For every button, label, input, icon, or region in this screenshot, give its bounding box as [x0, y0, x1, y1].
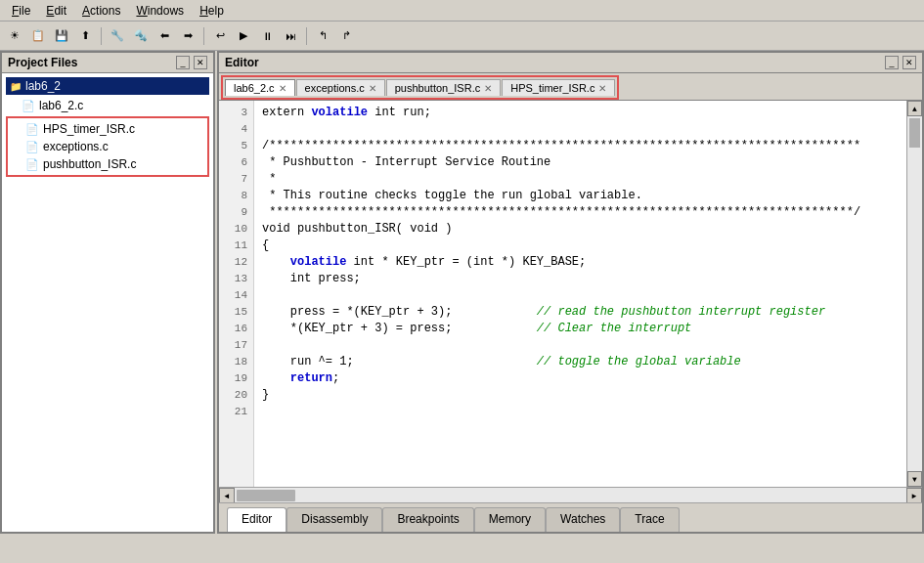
- menu-help[interactable]: Help: [192, 2, 232, 20]
- folder-icon: 📁: [10, 81, 22, 92]
- toolbar-btn-step[interactable]: ⏭: [280, 25, 301, 47]
- tabs-outline: lab6_2.c ✕ exceptions.c ✕ pushbutton_ISR…: [221, 75, 619, 100]
- toolbar-btn-compile[interactable]: ↩: [209, 25, 231, 47]
- tree-item-label-hps: HPS_timer_ISR.c: [43, 122, 135, 136]
- project-panel-close[interactable]: ✕: [194, 56, 207, 69]
- project-panel-title: Project Files: [8, 56, 77, 69]
- tree-item-hps[interactable]: 📄 HPS_timer_ISR.c: [10, 120, 205, 138]
- editor-panel: Editor _ ✕ lab6_2.c ✕ exceptions.c ✕ pus…: [217, 51, 924, 534]
- tree-item-label-pushbutton: pushbutton_ISR.c: [43, 157, 136, 171]
- menu-windows[interactable]: Windows: [128, 2, 192, 20]
- toolbar-btn-new[interactable]: ☀: [4, 25, 25, 47]
- toolbar: ☀ 📋 💾 ⬆ 🔧 🔩 ⬅ ➡ ↩ ▶ ⏸ ⏭ ↰ ↱: [0, 22, 924, 51]
- toolbar-btn-7[interactable]: ⬅: [154, 25, 175, 47]
- tab-label-exceptions: exceptions.c: [305, 82, 365, 94]
- menu-edit[interactable]: Edit: [38, 2, 74, 20]
- tree-item-label-lab6: lab6_2.c: [39, 99, 83, 112]
- tab-close-exceptions[interactable]: ✕: [369, 83, 376, 94]
- vertical-scrollbar[interactable]: ▲ ▼: [906, 101, 922, 487]
- toolbar-separator-3: [306, 27, 307, 45]
- tab-label-hps-timer: HPS_timer_ISR.c: [510, 82, 594, 94]
- bottom-tab-trace[interactable]: Trace: [620, 507, 679, 532]
- editor-panel-header: Editor _ ✕: [219, 53, 922, 73]
- toolbar-btn-stop[interactable]: ⏸: [256, 25, 278, 47]
- code-area[interactable]: 3456789101112131415161718192021 extern v…: [219, 101, 906, 487]
- editor-panel-close[interactable]: ✕: [902, 56, 916, 69]
- project-panel-header: Project Files _ ✕: [2, 53, 213, 73]
- toolbar-btn-save[interactable]: 💾: [51, 25, 72, 47]
- code-content: extern volatile int run; /**************…: [254, 101, 906, 487]
- file-group: 📄 HPS_timer_ISR.c 📄 exceptions.c 📄 pushb…: [6, 116, 209, 177]
- menu-bar: File Edit Actions Windows Help: [0, 0, 924, 22]
- bottom-tab-memory[interactable]: Memory: [474, 507, 546, 532]
- horizontal-scrollbar[interactable]: ◄ ►: [219, 487, 922, 502]
- tab-close-pushbutton[interactable]: ✕: [484, 83, 492, 94]
- toolbar-btn-6[interactable]: 🔩: [130, 25, 152, 47]
- tab-close-lab6[interactable]: ✕: [279, 83, 286, 94]
- menu-actions[interactable]: Actions: [74, 2, 128, 20]
- tab-hps-timer[interactable]: HPS_timer_ISR.c ✕: [502, 79, 615, 96]
- scroll-track[interactable]: [907, 116, 922, 471]
- tree-root-item[interactable]: 📁 lab6_2: [6, 77, 209, 95]
- scroll-down-btn[interactable]: ▼: [907, 471, 922, 487]
- file-icon-lab6: 📄: [22, 100, 35, 112]
- tab-lab6[interactable]: lab6_2.c ✕: [225, 79, 295, 96]
- bottom-tab-editor[interactable]: Editor: [227, 507, 286, 532]
- tab-close-hps-timer[interactable]: ✕: [598, 83, 606, 94]
- project-panel-minimize[interactable]: _: [176, 56, 190, 69]
- toolbar-btn-4[interactable]: ⬆: [74, 25, 96, 47]
- line-numbers: 3456789101112131415161718192021: [219, 101, 254, 487]
- toolbar-btn-run[interactable]: ▶: [233, 25, 254, 47]
- editor-panel-minimize[interactable]: _: [885, 56, 899, 69]
- toolbar-btn-5[interactable]: 🔧: [107, 25, 128, 47]
- toolbar-separator-1: [101, 27, 102, 45]
- file-icon-exceptions: 📄: [25, 141, 39, 153]
- project-panel-controls: _ ✕: [176, 56, 207, 69]
- tabs-container: lab6_2.c ✕ exceptions.c ✕ pushbutton_ISR…: [219, 73, 922, 101]
- main-area: Project Files _ ✕ 📁 lab6_2 📄 lab6_2.c 📄 …: [0, 51, 924, 534]
- project-tree: 📁 lab6_2 📄 lab6_2.c 📄 HPS_timer_ISR.c 📄 …: [2, 73, 213, 532]
- project-panel: Project Files _ ✕ 📁 lab6_2 📄 lab6_2.c 📄 …: [0, 51, 215, 534]
- toolbar-btn-8[interactable]: ➡: [177, 25, 198, 47]
- scroll-left-btn[interactable]: ◄: [219, 488, 235, 503]
- h-scroll-thumb[interactable]: [237, 490, 295, 501]
- scroll-up-btn[interactable]: ▲: [907, 101, 922, 116]
- bottom-tab-breakpoints[interactable]: Breakpoints: [382, 507, 473, 532]
- tree-item-exceptions[interactable]: 📄 exceptions.c: [10, 138, 205, 155]
- toolbar-btn-open[interactable]: 📋: [27, 25, 49, 47]
- code-wrapper: 3456789101112131415161718192021 extern v…: [219, 101, 922, 487]
- tab-pushbutton[interactable]: pushbutton_ISR.c ✕: [386, 79, 501, 96]
- tab-exceptions[interactable]: exceptions.c ✕: [296, 79, 385, 96]
- h-scroll-track[interactable]: [235, 488, 906, 502]
- tree-item-pushbutton[interactable]: 📄 pushbutton_ISR.c: [10, 155, 205, 173]
- toolbar-btn-fwd[interactable]: ↱: [335, 25, 357, 47]
- file-icon-hps: 📄: [25, 123, 39, 136]
- scroll-right-btn[interactable]: ►: [906, 488, 922, 503]
- toolbar-btn-back[interactable]: ↰: [312, 25, 333, 47]
- editor-panel-title: Editor: [225, 56, 259, 69]
- bottom-tabs: Editor Disassembly Breakpoints Memory Wa…: [219, 502, 922, 532]
- bottom-tab-disassembly[interactable]: Disassembly: [286, 507, 382, 532]
- bottom-tab-watches[interactable]: Watches: [546, 507, 620, 532]
- file-icon-pushbutton: 📄: [25, 158, 39, 171]
- tab-label-pushbutton: pushbutton_ISR.c: [395, 82, 480, 94]
- tab-label-lab6: lab6_2.c: [234, 82, 275, 94]
- tree-item-label-exceptions: exceptions.c: [43, 140, 109, 153]
- toolbar-separator-2: [203, 27, 204, 45]
- scroll-thumb[interactable]: [909, 118, 920, 148]
- tree-item-lab6[interactable]: 📄 lab6_2.c: [6, 97, 209, 114]
- editor-header-controls: _ ✕: [885, 56, 916, 69]
- tree-root-label: lab6_2: [25, 79, 61, 93]
- menu-file[interactable]: File: [4, 2, 38, 20]
